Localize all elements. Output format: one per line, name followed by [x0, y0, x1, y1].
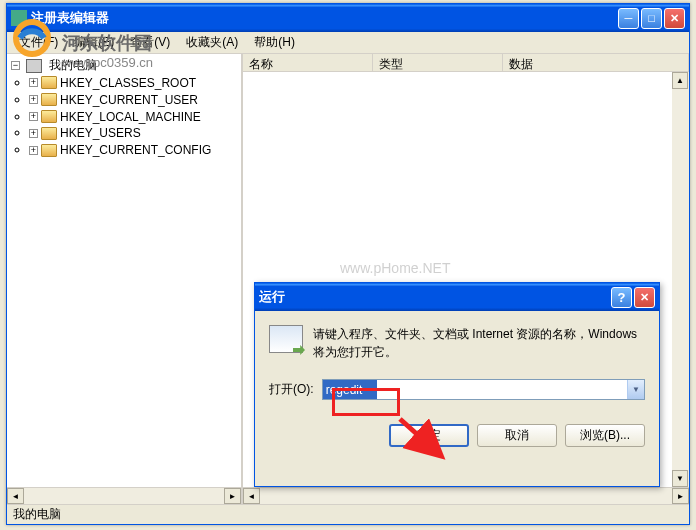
tree-panel[interactable]: − 我的电脑 +HKEY_CLASSES_ROOT +HKEY_CURRENT_… — [7, 54, 243, 504]
menu-help[interactable]: 帮助(H) — [246, 32, 303, 53]
tree-item-hkcu[interactable]: +HKEY_CURRENT_USER — [29, 91, 239, 108]
folder-icon — [41, 76, 57, 89]
dialog-message: 请键入程序、文件夹、文档或 Internet 资源的名称，Windows 将为您… — [313, 325, 645, 361]
tree-root-label: 我的电脑 — [49, 58, 97, 72]
dialog-body: 请键入程序、文件夹、文档或 Internet 资源的名称，Windows 将为您… — [255, 311, 659, 457]
scroll-track[interactable] — [260, 488, 672, 504]
tree-item-hkcr[interactable]: +HKEY_CLASSES_ROOT — [29, 74, 239, 91]
tree-hscrollbar[interactable]: ◄ ► — [7, 487, 241, 504]
dropdown-button[interactable]: ▼ — [627, 380, 644, 399]
computer-icon — [26, 59, 42, 73]
window-title: 注册表编辑器 — [31, 9, 618, 27]
menubar: 文件(F) 编辑(E) 查看(V) 收藏夹(A) 帮助(H) — [7, 32, 689, 54]
menu-favorites[interactable]: 收藏夹(A) — [178, 32, 246, 53]
tree-item-hklm[interactable]: +HKEY_LOCAL_MACHINE — [29, 108, 239, 125]
folder-icon — [41, 93, 57, 106]
open-input[interactable] — [323, 380, 377, 399]
run-icon — [269, 325, 303, 353]
collapse-icon[interactable]: − — [11, 61, 20, 70]
dialog-titlebar[interactable]: 运行 ? ✕ — [255, 283, 659, 311]
expand-icon[interactable]: + — [29, 129, 38, 138]
registry-tree: − 我的电脑 +HKEY_CLASSES_ROOT +HKEY_CURRENT_… — [9, 56, 239, 159]
list-vscrollbar[interactable]: ▲ ▼ — [672, 72, 689, 487]
expand-icon[interactable]: + — [29, 146, 38, 155]
main-titlebar[interactable]: 注册表编辑器 ─ □ ✕ — [7, 4, 689, 32]
scroll-right-icon[interactable]: ► — [672, 488, 689, 504]
tree-item-hkcc[interactable]: +HKEY_CURRENT_CONFIG — [29, 141, 239, 158]
folder-icon — [41, 127, 57, 140]
browse-button[interactable]: 浏览(B)... — [565, 424, 645, 447]
open-label: 打开(O): — [269, 381, 314, 398]
window-controls: ─ □ ✕ — [618, 8, 685, 29]
folder-icon — [41, 144, 57, 157]
tree-item-hku[interactable]: +HKEY_USERS — [29, 124, 239, 141]
scroll-down-icon[interactable]: ▼ — [672, 470, 688, 487]
open-combobox[interactable]: ▼ — [322, 379, 645, 400]
menu-view[interactable]: 查看(V) — [122, 32, 178, 53]
run-dialog: 运行 ? ✕ 请键入程序、文件夹、文档或 Internet 资源的名称，Wind… — [254, 282, 660, 487]
cancel-button[interactable]: 取消 — [477, 424, 557, 447]
expand-icon[interactable]: + — [29, 112, 38, 121]
scroll-left-icon[interactable]: ◄ — [243, 488, 260, 504]
scroll-right-icon[interactable]: ► — [224, 488, 241, 504]
list-header: 名称 类型 数据 — [243, 54, 689, 72]
expand-icon[interactable]: + — [29, 78, 38, 87]
maximize-button[interactable]: □ — [641, 8, 662, 29]
scroll-left-icon[interactable]: ◄ — [7, 488, 24, 504]
scroll-up-icon[interactable]: ▲ — [672, 72, 688, 89]
ok-button[interactable]: 确定 — [389, 424, 469, 447]
dialog-title: 运行 — [259, 288, 611, 306]
list-hscrollbar[interactable]: ◄ ► — [243, 487, 689, 504]
statusbar: 我的电脑 — [7, 504, 689, 524]
dialog-close-button[interactable]: ✕ — [634, 287, 655, 308]
col-type[interactable]: 类型 — [373, 54, 503, 71]
app-icon — [11, 10, 27, 26]
help-button[interactable]: ? — [611, 287, 632, 308]
scroll-track[interactable] — [24, 488, 224, 504]
close-button[interactable]: ✕ — [664, 8, 685, 29]
col-name[interactable]: 名称 — [243, 54, 373, 71]
expand-icon[interactable]: + — [29, 95, 38, 104]
col-data[interactable]: 数据 — [503, 54, 689, 71]
statusbar-text: 我的电脑 — [13, 506, 61, 523]
tree-root[interactable]: − 我的电脑 +HKEY_CLASSES_ROOT +HKEY_CURRENT_… — [11, 56, 239, 159]
folder-icon — [41, 110, 57, 123]
menu-file[interactable]: 文件(F) — [11, 32, 66, 53]
menu-edit[interactable]: 编辑(E) — [66, 32, 122, 53]
minimize-button[interactable]: ─ — [618, 8, 639, 29]
scroll-track[interactable] — [672, 89, 689, 470]
